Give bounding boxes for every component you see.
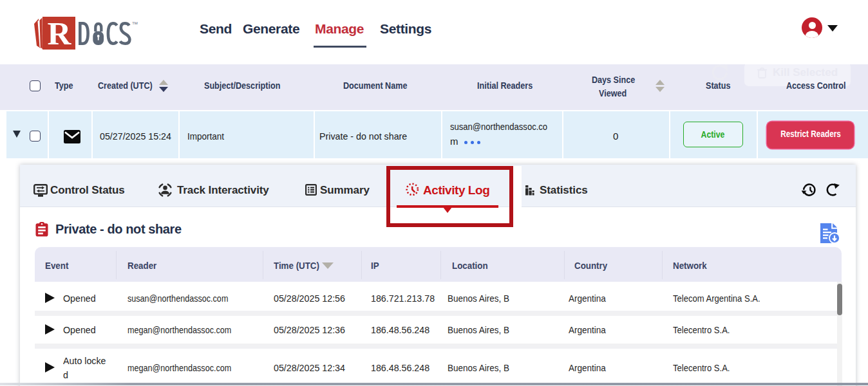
svg-text:R: R — [48, 15, 72, 51]
svg-text:™: ™ — [132, 21, 138, 28]
